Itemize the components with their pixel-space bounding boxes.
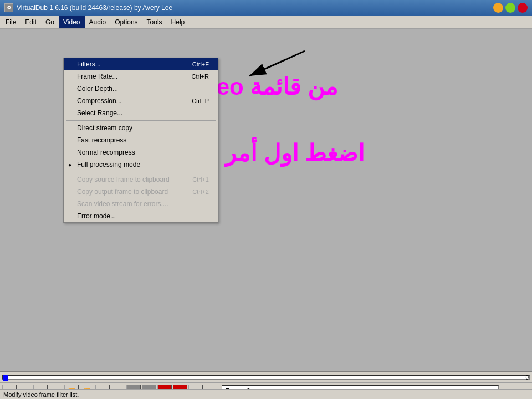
menu-edit[interactable]: Edit	[21, 16, 41, 28]
menu-item-fullprocessing[interactable]: ● Full processing mode	[64, 158, 218, 171]
menu-tools[interactable]: Tools	[142, 16, 167, 28]
window-title: VirtualDub 1.6.16 (build 24463/release) …	[17, 4, 172, 12]
framerate-label: Frame Rate...	[77, 73, 117, 80]
menu-help[interactable]: Help	[167, 16, 190, 28]
menu-item-copysource[interactable]: Copy source frame to clipboard Ctrl+1	[64, 173, 218, 186]
filters-shortcut: Ctrl+F	[192, 61, 209, 68]
scrubber-thumb[interactable]	[3, 375, 8, 381]
status-text: Modify video frame filter list.	[3, 391, 79, 398]
menu-options[interactable]: Options	[110, 16, 142, 28]
arrow-annotation	[216, 45, 316, 101]
close-button[interactable]	[518, 3, 528, 13]
menu-bar: File Edit Go Video Audio Options Tools H…	[0, 16, 532, 29]
fastrecompress-label: Fast recompress	[77, 136, 126, 144]
filters-label: Filters...	[77, 60, 101, 68]
app-icon: ⚙	[4, 3, 13, 12]
main-area: Filters... Ctrl+F Frame Rate... Ctrl+R C…	[0, 29, 532, 371]
menu-video[interactable]: Video	[59, 16, 84, 28]
errormode-label: Error mode...	[77, 212, 116, 220]
window-controls	[493, 3, 528, 13]
menu-item-compression[interactable]: Compression... Ctrl+P	[64, 95, 218, 107]
copyoutput-label: Copy output frame to clipboard	[77, 188, 168, 196]
title-bar-left: ⚙ VirtualDub 1.6.16 (build 24463/release…	[4, 3, 172, 12]
scrubber-area: 0	[0, 372, 532, 383]
menu-item-directcopy[interactable]: Direct stream copy	[64, 122, 218, 134]
menu-item-errormode[interactable]: Error mode...	[64, 210, 218, 222]
compression-label: Compression...	[77, 97, 122, 105]
copysource-label: Copy source frame to clipboard	[77, 176, 170, 183]
minimize-button[interactable]	[493, 3, 503, 13]
menu-item-selectrange[interactable]: Select Range...	[64, 107, 218, 119]
scanvideo-label: Scan video stream for errors....	[77, 200, 168, 208]
title-bar: ⚙ VirtualDub 1.6.16 (build 24463/release…	[0, 0, 532, 16]
svg-line-1	[249, 51, 305, 76]
compression-shortcut: Ctrl+P	[192, 98, 209, 104]
status-bar: Modify video frame filter list.	[0, 389, 532, 399]
colordepth-label: Color Depth...	[77, 85, 118, 93]
separator-1	[66, 120, 216, 121]
menu-item-scanvideo[interactable]: Scan video stream for errors....	[64, 198, 218, 210]
separator-2	[66, 172, 216, 172]
menu-item-filters[interactable]: Filters... Ctrl+F	[64, 58, 218, 70]
menu-go[interactable]: Go	[41, 16, 59, 28]
normalrecompress-label: Normal recompress	[77, 149, 135, 156]
menu-file[interactable]: File	[1, 16, 21, 28]
menu-item-colordepth[interactable]: Color Depth...	[64, 83, 218, 95]
fullprocessing-label: Full processing mode	[77, 161, 140, 168]
menu-item-normalrecompress[interactable]: Normal recompress	[64, 146, 218, 158]
selectrange-label: Select Range...	[77, 109, 122, 117]
maximize-button[interactable]	[505, 3, 515, 13]
directcopy-label: Direct stream copy	[77, 124, 132, 132]
framerate-shortcut: Ctrl+R	[192, 73, 209, 80]
scrubber-track[interactable]	[2, 375, 530, 380]
menu-item-fastrecompress[interactable]: Fast recompress	[64, 134, 218, 146]
scrubber-end-label: 0	[525, 374, 529, 380]
copysource-shortcut: Ctrl+1	[192, 176, 209, 183]
video-dropdown-menu: Filters... Ctrl+F Frame Rate... Ctrl+R C…	[63, 58, 218, 223]
menu-audio[interactable]: Audio	[85, 16, 111, 28]
menu-item-framerate[interactable]: Frame Rate... Ctrl+R	[64, 70, 218, 83]
fullprocessing-bullet: ●	[68, 162, 71, 168]
copyoutput-shortcut: Ctrl+2	[192, 188, 209, 195]
menu-item-copyoutput[interactable]: Copy output frame to clipboard Ctrl+2	[64, 186, 218, 198]
